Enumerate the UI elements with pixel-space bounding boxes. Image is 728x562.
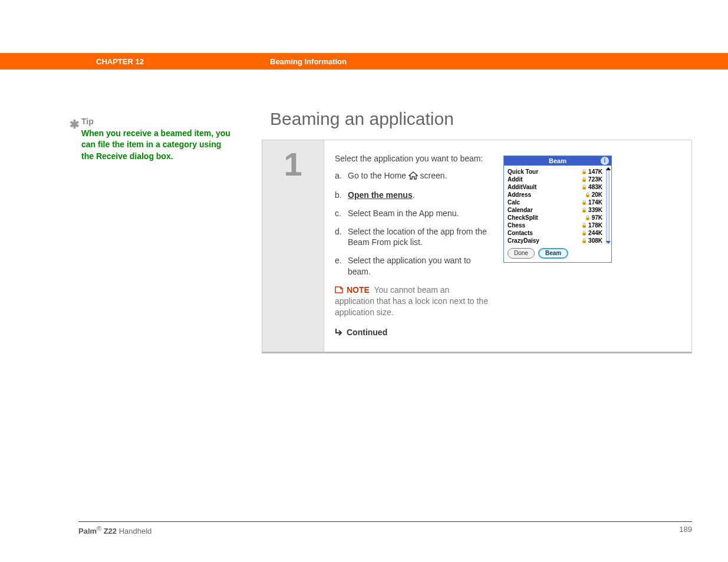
scrollbar[interactable] (606, 168, 610, 243)
beam-button[interactable]: Beam (538, 248, 568, 259)
device-screenshot: Beam i Quick Tour🔒147K Addit🔒723K AdditV… (503, 153, 612, 339)
instruction-text: Select the application you want to beam:… (335, 153, 488, 339)
substep-d: d. Select the location of the app from t… (335, 226, 488, 249)
list-item[interactable]: Calc🔒174K (508, 199, 602, 206)
continued-arrow-icon (335, 326, 344, 339)
list-item[interactable]: Chess🔒178K (508, 222, 602, 229)
lock-icon: 🔒 (585, 216, 591, 220)
substep-e: e. Select the application you want to be… (335, 255, 488, 277)
lock-icon: 🔒 (581, 239, 587, 243)
lock-icon: 🔒 (581, 177, 587, 182)
list-item[interactable]: CheckSplit🔒97K (508, 214, 602, 222)
list-item[interactable]: Address🔒20K (508, 191, 602, 199)
app-list[interactable]: Quick Tour🔒147K Addit🔒723K AdditVault🔒48… (508, 168, 602, 244)
page-number: 189 (679, 525, 692, 535)
footer-divider (78, 521, 692, 522)
step-card: 1 Select the application you want to bea… (262, 140, 692, 353)
beam-dialog: Beam i Quick Tour🔒147K Addit🔒723K AdditV… (503, 156, 612, 263)
note-block: NOTE You cannot beam an application that… (335, 285, 488, 318)
list-item[interactable]: CrazyDaisy🔒308K (508, 237, 602, 244)
step-intro: Select the application you want to beam: (335, 153, 488, 164)
dialog-buttons: Done Beam (508, 248, 608, 259)
info-icon[interactable]: i (601, 157, 609, 165)
substeps-list: a. Go to the Home screen. b. Open th (335, 170, 488, 277)
beam-dialog-body: Quick Tour🔒147K Addit🔒723K AdditVault🔒48… (504, 166, 611, 262)
lock-icon: 🔒 (585, 193, 591, 197)
list-item[interactable]: Contacts🔒244K (508, 229, 602, 237)
done-button[interactable]: Done (508, 248, 535, 259)
list-item[interactable]: Quick Tour🔒147K (508, 168, 602, 176)
list-item[interactable]: Calendar🔒339K (508, 206, 602, 214)
tip-callout: ✱ Tip When you receive a beamed item, yo… (81, 116, 235, 162)
lock-icon: 🔒 (581, 170, 587, 174)
substep-a: a. Go to the Home screen. (335, 170, 488, 183)
page-footer: Palm® Z22 Handheld 189 (78, 525, 692, 535)
list-item[interactable]: AdditVault🔒483K (508, 183, 602, 191)
open-menus-link[interactable]: Open the menus (348, 190, 413, 200)
beam-dialog-title: Beam i (504, 156, 611, 166)
document-header: CHAPTER 12 Beaming Information (0, 53, 728, 70)
list-item[interactable]: Addit🔒723K (508, 176, 602, 183)
substep-c: c. Select Beam in the App menu. (335, 208, 488, 219)
asterisk-icon: ✱ (70, 116, 80, 133)
step-content: Select the application you want to beam:… (324, 140, 691, 352)
lock-icon: 🔒 (581, 223, 587, 228)
tip-label: Tip (81, 117, 94, 126)
page-title: Beaming an application (270, 109, 454, 129)
home-icon (409, 171, 418, 183)
lock-icon: 🔒 (581, 185, 587, 190)
continued-indicator: Continued (335, 326, 488, 339)
chapter-label: CHAPTER 12 (96, 57, 144, 66)
tip-text: When you receive a beamed item, you can … (81, 128, 230, 161)
lock-icon: 🔒 (581, 200, 587, 205)
note-icon (335, 285, 345, 295)
step-number: 1 (284, 145, 302, 352)
note-label: NOTE (347, 285, 370, 295)
substep-b: b. Open the menus. (335, 190, 488, 201)
lock-icon: 🔒 (581, 208, 587, 213)
footer-brand: Palm® Z22 Handheld (78, 525, 151, 535)
lock-icon: 🔒 (581, 231, 587, 236)
chapter-title: Beaming Information (270, 57, 347, 66)
step-number-column: 1 (262, 140, 324, 352)
